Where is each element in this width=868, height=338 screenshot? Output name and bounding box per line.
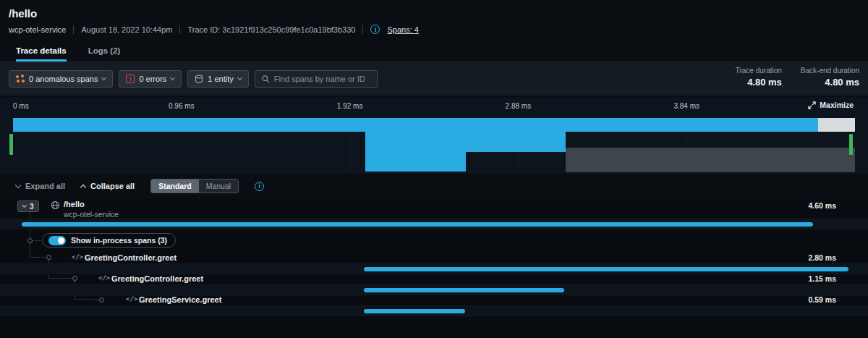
tick-label: 1.92 ms xyxy=(337,102,363,110)
search-icon xyxy=(261,75,270,83)
globe-icon xyxy=(51,200,60,210)
anomalous-spans-filter-button[interactable]: 0 anomalous spans xyxy=(9,70,113,88)
child-count: 3 xyxy=(30,203,34,211)
error-icon: ! xyxy=(126,75,135,83)
minimap-child-span-bar xyxy=(365,132,566,152)
backend-duration: Back-end duration 4.80 ms xyxy=(801,67,859,88)
expand-all-button[interactable]: Expand all xyxy=(16,182,65,190)
span-name: GreetingService.greet xyxy=(139,295,221,304)
mode-option-manual[interactable]: Manual xyxy=(199,179,238,193)
span-bar[interactable] xyxy=(364,288,564,292)
chevron-down-icon xyxy=(170,75,175,80)
service-name: wcp-otel-service xyxy=(9,25,66,34)
minimap-self-time-bar xyxy=(566,148,855,172)
tree-controls: Expand all Collapse all Standard Manual … xyxy=(0,174,868,198)
mode-segmented-control: Standard Manual xyxy=(150,179,239,193)
span-bar-lane xyxy=(0,305,868,316)
entity-icon xyxy=(195,75,203,83)
span-row-root[interactable]: 3 /hello wcp-otel-service 4.60 ms xyxy=(0,198,868,219)
span-search-box xyxy=(255,70,378,88)
tab-bar: Trace details Logs (2) xyxy=(0,41,868,62)
chevron-up-icon xyxy=(80,184,86,190)
trace-viewer: /hello wcp-otel-service August 18, 2022 … xyxy=(0,0,868,338)
code-icon: </> xyxy=(72,253,83,261)
span-duration: 1.15 ms xyxy=(808,274,836,283)
tick-label: 3.84 ms xyxy=(673,102,699,110)
minimap-child-span-bar xyxy=(365,152,467,172)
tree-node xyxy=(27,238,33,243)
spans-count-link[interactable]: Spans: 4 xyxy=(387,25,418,34)
anomaly-dots-icon xyxy=(16,75,25,83)
viewport-handle-right[interactable] xyxy=(849,134,853,155)
expand-all-label: Expand all xyxy=(25,182,65,190)
span-bar-lane xyxy=(0,219,868,229)
span-duration: 0.59 ms xyxy=(808,295,836,304)
chevron-down-icon xyxy=(101,75,106,80)
code-icon: </> xyxy=(126,295,137,303)
span-row[interactable]: </> GreetingController.greet 2.80 ms xyxy=(0,252,868,263)
span-row[interactable]: </> GreetingService.greet 0.59 ms xyxy=(0,294,868,305)
errors-filter-button[interactable]: ! 0 errors xyxy=(119,70,182,88)
span-row[interactable]: </> GreetingController.greet 1.15 ms xyxy=(0,273,868,284)
entity-label: 1 entity xyxy=(208,75,233,83)
time-ruler: 0 ms 0.96 ms 1.92 ms 2.88 ms 3.84 ms xyxy=(13,102,855,111)
span-name: /hello xyxy=(64,200,85,208)
span-duration: 4.60 ms xyxy=(808,201,836,210)
in-process-spans-toggle[interactable]: Show in-process spans (3) xyxy=(42,233,176,248)
trace-timestamp: August 18, 2022 10:44pm xyxy=(81,25,172,34)
divider xyxy=(73,25,74,34)
info-icon[interactable]: i xyxy=(370,25,380,34)
chevron-down-icon xyxy=(15,182,21,187)
trace-duration-value: 4.80 ms xyxy=(736,77,782,88)
trace-minimap[interactable]: 0 ms 0.96 ms 1.92 ms 2.88 ms 3.84 ms Max… xyxy=(0,97,868,174)
collapse-children-chip[interactable]: 3 xyxy=(17,200,39,212)
maximize-label: Maximize xyxy=(820,101,854,109)
duration-summary: Trace duration 4.80 ms Back-end duration… xyxy=(736,67,859,88)
collapse-all-button[interactable]: Collapse all xyxy=(81,182,135,190)
divider xyxy=(179,25,180,34)
tick-label: 2.88 ms xyxy=(506,102,532,110)
span-bar-root[interactable] xyxy=(22,222,813,227)
code-icon: </> xyxy=(98,274,110,282)
toggle-switch-icon[interactable] xyxy=(48,236,66,245)
minimap-chart[interactable] xyxy=(13,116,855,172)
maximize-button[interactable]: Maximize xyxy=(808,101,854,109)
mode-option-standard[interactable]: Standard xyxy=(151,179,199,193)
tab-logs[interactable]: Logs (2) xyxy=(88,41,121,62)
span-name: GreetingController.greet xyxy=(85,253,176,262)
span-bar[interactable] xyxy=(364,267,848,271)
minimap-root-span-bar xyxy=(13,118,818,132)
collapse-all-label: Collapse all xyxy=(90,182,135,190)
page-title: /hello xyxy=(9,7,37,20)
trace-duration: Trace duration 4.80 ms xyxy=(736,67,782,88)
tab-trace-details[interactable]: Trace details xyxy=(16,41,67,62)
viewport-handle-left[interactable] xyxy=(9,134,13,155)
anomalous-spans-label: 0 anomalous spans xyxy=(29,75,98,83)
backend-duration-value: 4.80 ms xyxy=(801,77,859,88)
info-icon[interactable]: i xyxy=(255,182,264,191)
span-duration: 2.80 ms xyxy=(808,253,836,262)
backend-duration-label: Back-end duration xyxy=(801,67,859,75)
tick-label: 0.96 ms xyxy=(169,102,195,110)
toggle-label: Show in-process spans (3) xyxy=(71,236,167,245)
maximize-icon xyxy=(808,101,816,109)
chevron-down-icon xyxy=(237,75,242,80)
span-bar[interactable] xyxy=(364,309,465,313)
span-name: GreetingController.greet xyxy=(111,274,203,283)
tick-label: 0 ms xyxy=(13,102,29,110)
trace-duration-label: Trace duration xyxy=(736,67,782,75)
trace-meta: wcp-otel-service August 18, 2022 10:44pm… xyxy=(9,25,419,34)
trace-id: Trace ID: 3c1921f913c250c99fe1c0a19bf3b3… xyxy=(187,25,355,34)
divider xyxy=(362,25,363,34)
span-waterfall: 3 /hello wcp-otel-service 4.60 ms Show i… xyxy=(0,198,868,338)
search-input[interactable] xyxy=(274,75,371,83)
errors-label: 0 errors xyxy=(139,75,166,83)
minimap-root-span-tail xyxy=(818,118,855,132)
span-service: wcp-otel-service xyxy=(64,210,119,219)
entity-filter-button[interactable]: 1 entity xyxy=(187,70,248,88)
chevron-down-icon xyxy=(22,203,27,208)
